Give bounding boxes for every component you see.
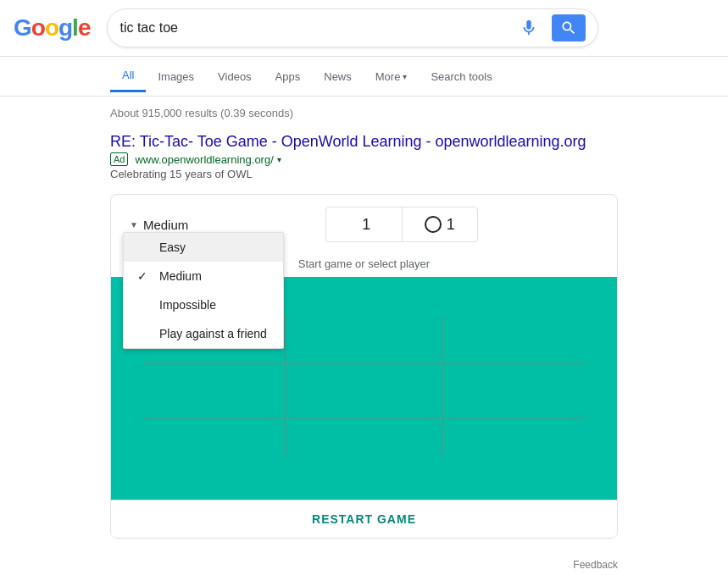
- logo-l: l: [72, 14, 78, 41]
- search-button[interactable]: [552, 14, 586, 41]
- cell-1-1[interactable]: [280, 362, 448, 431]
- logo-e: e: [78, 14, 91, 41]
- score-x-value: 1: [362, 216, 370, 234]
- game-widget: ▼ Medium Easy ✓ Medium Impossible Play a…: [110, 194, 618, 539]
- search-bar[interactable]: [107, 8, 598, 47]
- feedback-row: Feedback: [0, 556, 728, 574]
- score-o-value: 1: [447, 216, 455, 234]
- easy-check-icon: [137, 241, 151, 254]
- medium-check-icon: ✓: [137, 269, 151, 283]
- restart-button[interactable]: RESTART GAME: [111, 500, 617, 538]
- difficulty-triangle-icon: ▼: [130, 220, 138, 229]
- ad-badge: Ad: [110, 152, 128, 166]
- difficulty-option-impossible[interactable]: Impossible: [124, 290, 283, 319]
- search-input[interactable]: [119, 20, 520, 36]
- cell-2-1[interactable]: [280, 431, 448, 500]
- difficulty-option-medium[interactable]: ✓ Medium: [124, 262, 283, 290]
- logo-g2: g: [58, 14, 72, 41]
- tab-all[interactable]: All: [110, 60, 146, 92]
- tab-search-tools[interactable]: Search tools: [419, 62, 503, 91]
- feedback-link[interactable]: Feedback: [573, 559, 618, 571]
- tab-more[interactable]: More ▾: [364, 62, 420, 91]
- ad-url-text: www.openworldlearning.org/: [135, 153, 273, 166]
- mic-icon: [520, 19, 538, 37]
- o-symbol-icon: [425, 216, 442, 233]
- game-controls: ▼ Medium Easy ✓ Medium Impossible Play a…: [111, 195, 617, 254]
- cell-2-2[interactable]: [448, 431, 617, 500]
- impossible-label: Impossible: [159, 298, 216, 312]
- score-x-side: 1: [326, 209, 402, 241]
- ad-description: Celebrating 15 years of OWL: [110, 168, 618, 180]
- header: Google: [0, 0, 728, 57]
- google-logo: Google: [14, 14, 90, 41]
- tab-images[interactable]: Images: [146, 62, 206, 91]
- impossible-check-icon: [137, 298, 151, 312]
- cell-0-2[interactable]: [448, 294, 617, 362]
- game-status-text: Start game or select player: [298, 257, 430, 270]
- cell-2-0[interactable]: [111, 431, 280, 500]
- cell-0-1[interactable]: [280, 294, 448, 362]
- nav-tabs: All Images Videos Apps News More ▾ Searc…: [0, 57, 728, 97]
- logo-o1: o: [31, 14, 45, 41]
- difficulty-label: Medium: [143, 218, 188, 232]
- logo-o2: o: [45, 14, 58, 41]
- difficulty-dropdown: Easy ✓ Medium Impossible Play against a …: [123, 232, 284, 349]
- tab-videos[interactable]: Videos: [206, 62, 264, 91]
- easy-label: Easy: [159, 241, 186, 254]
- difficulty-option-easy[interactable]: Easy: [124, 233, 283, 262]
- tab-apps[interactable]: Apps: [264, 62, 313, 91]
- search-icons: [520, 14, 586, 41]
- ad-url-row: Ad www.openworldlearning.org/ ▾: [110, 152, 618, 166]
- restart-label: RESTART GAME: [312, 512, 416, 526]
- search-icon: [560, 19, 577, 36]
- ad-result: RE: Tic-Tac- Toe Game - OpenWorld Learni…: [0, 126, 728, 194]
- friend-label: Play against a friend: [159, 327, 267, 340]
- cell-1-2[interactable]: [448, 362, 617, 431]
- mic-button[interactable]: [520, 19, 538, 37]
- tab-news[interactable]: News: [312, 62, 364, 91]
- url-dropdown-icon[interactable]: ▾: [277, 155, 281, 164]
- cell-1-0[interactable]: [111, 362, 280, 431]
- logo-g: G: [14, 14, 31, 41]
- medium-label: Medium: [159, 269, 202, 283]
- score-o-side: 1: [403, 209, 478, 241]
- more-chevron-icon: ▾: [403, 72, 407, 81]
- score-box: 1 1: [325, 207, 478, 242]
- ad-title[interactable]: RE: Tic-Tac- Toe Game - OpenWorld Learni…: [110, 133, 586, 150]
- results-count: About 915,000 results (0.39 seconds): [110, 107, 293, 119]
- difficulty-option-friend[interactable]: Play against a friend: [124, 319, 283, 348]
- friend-check-icon: [137, 327, 151, 340]
- results-info: About 915,000 results (0.39 seconds): [0, 100, 728, 126]
